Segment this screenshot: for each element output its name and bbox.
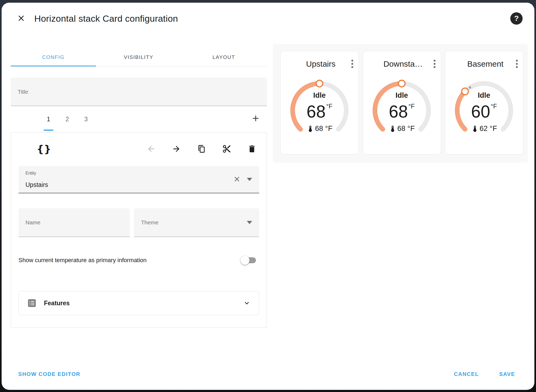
theme-select[interactable]: Theme (134, 208, 259, 237)
hvac-status: Idle (286, 91, 353, 100)
delete-card-button[interactable] (247, 144, 256, 154)
editor-toolbar: {} (18, 144, 259, 154)
copy-card-button[interactable] (197, 144, 206, 154)
arrow-right-icon (172, 144, 181, 154)
thermometer-icon (471, 125, 479, 133)
thermostat-card-upstairs: Upstairs Idle 68°F 68 °F (280, 51, 359, 154)
primary-info-toggle-row: Show current temperature as primary info… (18, 257, 259, 264)
move-card-right-button[interactable] (172, 144, 181, 154)
help-button[interactable]: ? (510, 12, 523, 25)
hvac-status: Idle (451, 91, 518, 100)
entity-input[interactable] (25, 181, 175, 189)
card-preview-panel: Upstairs Idle 68°F 68 °F (273, 44, 528, 163)
theme-select-label: Theme (141, 219, 158, 226)
card-menu-button[interactable] (433, 59, 437, 69)
cancel-button[interactable]: CANCEL (454, 371, 479, 377)
caret-down-icon (247, 221, 252, 224)
name-field (18, 208, 130, 237)
card-title: Basement (456, 59, 515, 69)
add-card-button[interactable] (251, 114, 260, 124)
page-tab-3[interactable]: 3 (77, 106, 95, 132)
clear-entity-button[interactable] (233, 175, 241, 184)
close-button[interactable] (17, 14, 26, 24)
scissors-icon (222, 144, 231, 154)
target-temperature: 68°F (368, 102, 435, 121)
page-tab-2[interactable]: 2 (58, 106, 77, 132)
clear-x-icon (233, 175, 241, 184)
trash-icon (247, 144, 256, 154)
close-icon (17, 14, 26, 24)
toggle-thumb[interactable] (240, 256, 250, 265)
card-menu-button[interactable] (350, 59, 354, 69)
card-menu-button[interactable] (515, 59, 519, 69)
tab-config[interactable]: CONFIG (11, 50, 96, 66)
features-expander[interactable]: Features (18, 291, 259, 315)
thermostat-card-downstairs: Downsta… Idle 68°F 68 °F (363, 51, 441, 154)
entity-dropdown-button[interactable] (247, 178, 252, 181)
tab-visibility[interactable]: VISIBILITY (96, 50, 181, 66)
primary-info-toggle[interactable] (241, 257, 256, 263)
preview-column: Upstairs Idle 68°F 68 °F (273, 44, 528, 328)
dots-vertical-icon (434, 60, 436, 62)
chevron-down-icon (243, 299, 251, 307)
question-mark-icon: ? (514, 14, 519, 23)
target-temperature: 68°F (286, 102, 353, 121)
entity-field[interactable]: Entity (18, 166, 259, 193)
card-configuration-dialog: Horizontal stack Card configuration ? CO… (2, 3, 534, 390)
thermostat-dial[interactable]: Idle 68°F 68 °F (286, 77, 353, 144)
dialog-footer: SHOW CODE EDITOR CANCEL SAVE (2, 362, 534, 390)
card-title: Downsta… (374, 59, 433, 69)
hvac-status: Idle (368, 91, 435, 100)
current-temperature: 68 °F (286, 125, 353, 133)
card-title: Upstairs (291, 59, 350, 69)
page-tab-1[interactable]: 1 (39, 106, 58, 132)
dots-vertical-icon (516, 60, 518, 62)
thermostat-dial[interactable]: Idle 68°F 68 °F (368, 77, 435, 144)
card-editor-box: {} (11, 132, 267, 328)
editor-column: CONFIG VISIBILITY LAYOUT 1 2 3 {} (11, 50, 267, 328)
caret-down-icon (247, 178, 252, 181)
entity-field-label: Entity (25, 171, 36, 176)
name-input[interactable] (18, 208, 130, 237)
copy-icon (197, 144, 206, 154)
arrow-left-icon (147, 144, 156, 154)
curly-braces-icon: {} (37, 144, 51, 154)
features-expander-label: Features (44, 300, 236, 307)
current-temperature: 68 °F (368, 125, 435, 133)
dialog-content: CONFIG VISIBILITY LAYOUT 1 2 3 {} (2, 25, 534, 328)
card-pages-row: 1 2 3 (11, 106, 267, 132)
show-code-editor-button[interactable]: SHOW CODE EDITOR (18, 371, 80, 377)
save-button[interactable]: SAVE (499, 371, 515, 377)
thermometer-icon (307, 125, 314, 133)
tab-layout[interactable]: LAYOUT (181, 50, 266, 66)
thermometer-icon (389, 125, 396, 133)
primary-info-toggle-label: Show current temperature as primary info… (18, 257, 241, 264)
dialog-header: Horizontal stack Card configuration ? (2, 3, 534, 25)
plus-icon (251, 114, 260, 124)
tab-bar: CONFIG VISIBILITY LAYOUT (11, 50, 267, 66)
target-temperature: 60°F (451, 102, 518, 121)
code-editor-toggle-button[interactable]: {} (37, 144, 51, 154)
dialog-title: Horizontal stack Card configuration (34, 13, 502, 24)
dots-vertical-icon (351, 60, 353, 62)
cut-card-button[interactable] (222, 144, 231, 154)
list-box-icon (27, 298, 37, 308)
thermostat-dial[interactable]: Idle 60°F 62 °F (451, 77, 518, 144)
title-input[interactable] (11, 78, 267, 106)
move-card-left-button[interactable] (147, 144, 156, 154)
thermostat-card-basement: Basement Idle 60°F 62 °F (445, 51, 523, 154)
current-temperature: 62 °F (451, 125, 518, 133)
